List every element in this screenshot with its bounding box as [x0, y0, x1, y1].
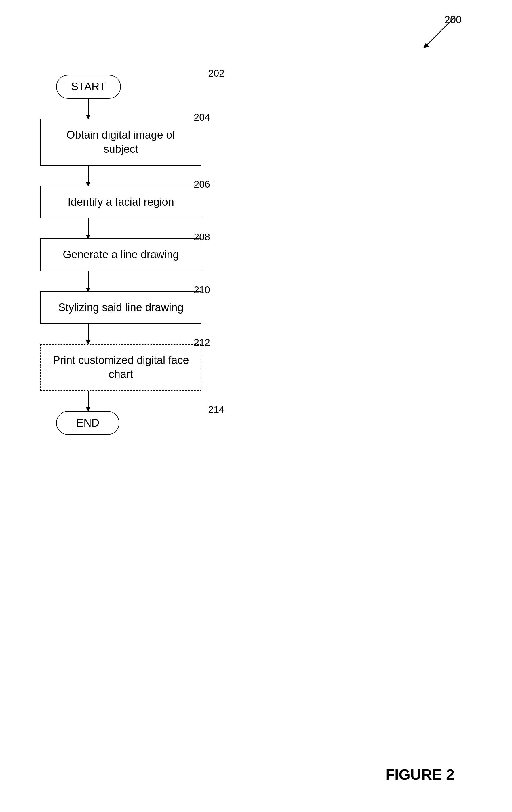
figure-label: FIGURE 2: [385, 766, 454, 783]
figure-number-label: 200: [444, 14, 462, 26]
node-start-wrapper: 202 START: [56, 75, 201, 99]
ref-208: 208: [194, 231, 210, 242]
node-206-wrapper: 206 Identify a facial region: [40, 186, 201, 218]
ref-210: 210: [194, 284, 210, 295]
ref-206: 206: [194, 179, 210, 190]
arrow-1: [88, 99, 89, 119]
node-210-wrapper: 210 Stylizing said line drawing: [40, 291, 201, 324]
node-204-wrapper: 204 Obtain digital image of subject: [40, 119, 201, 166]
arrow-5: [88, 324, 89, 344]
ref-212: 212: [194, 337, 210, 348]
step-204-node: Obtain digital image of subject: [40, 119, 201, 166]
start-node: START: [56, 75, 121, 99]
step-210-node: Stylizing said line drawing: [40, 291, 201, 324]
arrow-2: [88, 166, 89, 186]
node-212-wrapper: 212 Print customized digital face chart: [40, 344, 201, 391]
step-206-node: Identify a facial region: [40, 186, 201, 218]
ref-202: 202: [208, 67, 224, 79]
arrow-4: [88, 271, 89, 291]
node-208-wrapper: 208 Generate a line drawing: [40, 238, 201, 271]
flowchart: 202 START 204 Obtain digital image of su…: [40, 75, 201, 435]
diagram-container: 200 202 START 204 Obtain digital image o…: [0, 0, 512, 812]
node-end-wrapper: 214 END: [56, 411, 201, 435]
end-node: END: [56, 411, 119, 435]
ref-214: 214: [208, 404, 224, 415]
arrow-3: [88, 218, 89, 238]
arrow-6: [88, 391, 89, 411]
step-212-node: Print customized digital face chart: [40, 344, 201, 391]
step-208-node: Generate a line drawing: [40, 238, 201, 271]
ref-204: 204: [194, 112, 210, 123]
